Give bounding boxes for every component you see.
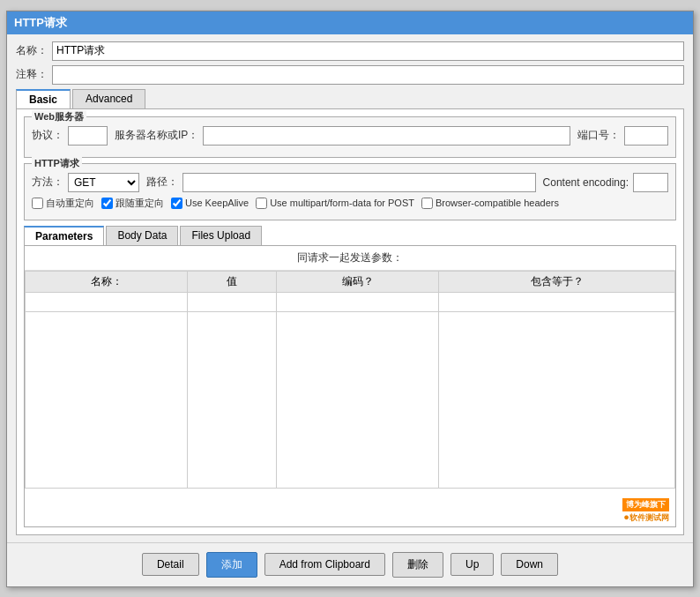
detail-button[interactable]: Detail <box>142 553 199 576</box>
tab-parameters[interactable]: Parameters <box>24 226 104 245</box>
server-input[interactable] <box>203 126 570 146</box>
watermark-line1: 博为峰旗下 <box>622 498 669 511</box>
inner-tabs: Parameters Body Data Files Upload <box>24 226 676 245</box>
auto-redirect-checkbox-item[interactable]: 自动重定向 <box>32 197 94 210</box>
watermark-line2: ●软件测试网 <box>622 511 669 524</box>
col-value: 值 <box>188 271 277 292</box>
port-label: 端口号： <box>577 128 620 143</box>
main-window: HTTP请求 名称： 注释： Basic Advanced Web服务器 协议： <box>6 11 694 587</box>
server-row: 协议： 服务器名称或IP： 端口号： <box>32 126 668 146</box>
browser-headers-checkbox[interactable] <box>421 198 433 209</box>
outer-tabs: Basic Advanced <box>16 89 684 108</box>
comment-row: 注释： <box>16 65 684 85</box>
name-input[interactable] <box>52 41 684 61</box>
web-server-label: Web服务器 <box>32 110 86 123</box>
keep-alive-checkbox[interactable] <box>171 198 182 209</box>
path-input[interactable] <box>182 173 536 192</box>
keep-alive-label: Use KeepAlive <box>185 198 249 208</box>
params-table: 名称： 值 编码？ 包含等于？ <box>25 271 675 489</box>
cell-value <box>188 311 277 488</box>
add-button[interactable]: 添加 <box>206 552 257 578</box>
keep-alive-checkbox-item[interactable]: Use KeepAlive <box>171 198 249 209</box>
method-label: 方法： <box>32 175 63 190</box>
table-row <box>26 292 675 311</box>
multipart-label: Use multipart/form-data for POST <box>270 198 414 208</box>
comment-input[interactable] <box>52 65 684 85</box>
cell-value <box>188 292 277 311</box>
watermark-site: 软件测试网 <box>629 513 669 522</box>
params-panel-title: 同请求一起发送参数： <box>25 246 675 271</box>
port-input[interactable] <box>624 126 668 146</box>
form-area: 名称： 注释： Basic Advanced Web服务器 协议： 服务器名称或… <box>7 34 693 542</box>
inner-panel-wrapper: 同请求一起发送参数： 名称： 值 编码？ 包含等于？ <box>24 245 676 527</box>
comment-label: 注释： <box>16 67 48 82</box>
browser-headers-label: Browser-compatible headers <box>436 198 559 208</box>
web-server-group: Web服务器 协议： 服务器名称或IP： 端口号： <box>24 116 676 158</box>
down-button[interactable]: Down <box>501 553 558 576</box>
name-label: 名称： <box>16 43 48 58</box>
add-from-clipboard-button[interactable]: Add from Clipboard <box>264 553 385 576</box>
content-encoding-input[interactable] <box>633 173 668 192</box>
follow-redirect-checkbox[interactable] <box>101 198 113 209</box>
col-name: 名称： <box>26 271 188 292</box>
multipart-checkbox[interactable] <box>256 198 267 209</box>
col-encode: 编码？ <box>277 271 439 292</box>
tab-basic[interactable]: Basic <box>16 89 71 108</box>
cell-include-eq <box>439 292 675 311</box>
auto-redirect-checkbox[interactable] <box>32 198 43 209</box>
server-name-label: 服务器名称或IP： <box>115 128 198 143</box>
cell-name <box>26 292 188 311</box>
follow-redirect-checkbox-item[interactable]: 跟随重定向 <box>101 197 164 210</box>
name-row: 名称： <box>16 41 684 61</box>
window-title: HTTP请求 <box>14 16 67 29</box>
tab-body-data[interactable]: Body Data <box>106 226 178 245</box>
tab-advanced[interactable]: Advanced <box>72 89 145 108</box>
main-panel: Web服务器 协议： 服务器名称或IP： 端口号： HTTP请求 方法： GET <box>16 108 684 535</box>
content-encoding-label: Content encoding: <box>543 176 629 189</box>
cell-encode <box>277 311 439 488</box>
method-select[interactable]: GET POST PUT DELETE HEAD OPTIONS PATCH <box>68 173 139 192</box>
follow-redirect-label: 跟随重定向 <box>115 197 164 210</box>
http-request-group: HTTP请求 方法： GET POST PUT DELETE HEAD OPTI… <box>24 163 676 220</box>
browser-headers-checkbox-item[interactable]: Browser-compatible headers <box>421 198 559 209</box>
parameters-panel: 同请求一起发送参数： 名称： 值 编码？ 包含等于？ <box>24 245 676 527</box>
protocol-label: 协议： <box>32 128 63 143</box>
tab-files-upload[interactable]: Files Upload <box>180 226 262 245</box>
cell-name <box>26 311 188 488</box>
delete-button[interactable]: 删除 <box>392 552 443 578</box>
http-request-label: HTTP请求 <box>32 157 82 170</box>
up-button[interactable]: Up <box>451 553 494 576</box>
cell-encode <box>277 292 439 311</box>
table-row <box>26 311 675 488</box>
path-label: 路径： <box>146 175 178 190</box>
auto-redirect-label: 自动重定向 <box>46 197 94 210</box>
cell-include-eq <box>439 311 675 488</box>
bottom-bar: Detail 添加 Add from Clipboard 删除 Up Down <box>7 542 693 586</box>
watermark: 博为峰旗下 ●软件测试网 <box>622 498 669 524</box>
protocol-input[interactable] <box>68 126 108 146</box>
multipart-checkbox-item[interactable]: Use multipart/form-data for POST <box>256 198 414 209</box>
checkboxes-row: 自动重定向 跟随重定向 Use KeepAlive Use multipart/… <box>32 197 668 210</box>
col-include-eq: 包含等于？ <box>439 271 675 292</box>
title-bar: HTTP请求 <box>7 11 693 34</box>
method-row: 方法： GET POST PUT DELETE HEAD OPTIONS PAT… <box>32 173 668 192</box>
